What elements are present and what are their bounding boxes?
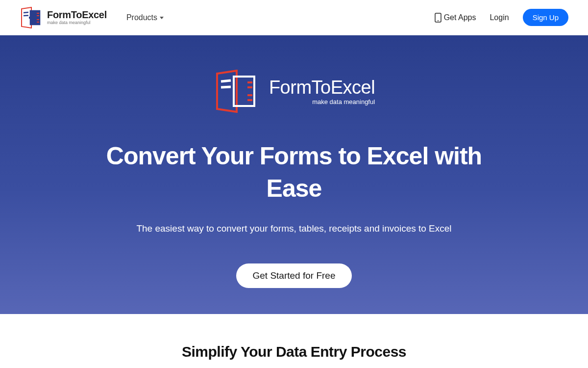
svg-line-2 — [24, 12, 28, 13]
formtoexcel-logo-icon — [213, 70, 258, 113]
brand-title: FormToExcel — [47, 10, 107, 20]
svg-line-13 — [221, 80, 231, 81]
nav-left: FormToExcel make data meaningful Product… — [20, 7, 164, 28]
hero-logo: FormToExcel make data meaningful — [213, 70, 375, 113]
login-link[interactable]: Login — [490, 13, 509, 22]
nav-right: Get Apps Login Sign Up — [435, 9, 568, 26]
section-simplify-title: Simplify Your Data Entry Process — [0, 343, 588, 360]
formtoexcel-logo-icon — [20, 7, 42, 28]
get-apps-link[interactable]: Get Apps — [435, 13, 476, 23]
brand-text: FormToExcel make data meaningful — [47, 10, 107, 25]
signup-button[interactable]: Sign Up — [523, 9, 568, 26]
svg-point-10 — [438, 20, 439, 21]
hero-subtext: The easiest way to convert your forms, t… — [136, 223, 451, 234]
get-apps-label: Get Apps — [444, 13, 476, 22]
hero-section: FormToExcel make data meaningful Convert… — [0, 35, 588, 314]
chevron-down-icon — [160, 17, 164, 19]
hero-headline: Convert Your Forms to Excel with Ease — [103, 140, 485, 205]
brand-link[interactable]: FormToExcel make data meaningful — [20, 7, 107, 28]
get-started-button[interactable]: Get Started for Free — [236, 263, 352, 288]
hero-logo-title: FormToExcel — [269, 78, 375, 97]
hero-logo-subtitle: make data meaningful — [312, 99, 375, 105]
products-label: Products — [126, 13, 157, 22]
brand-subtitle: make data meaningful — [47, 21, 107, 25]
svg-line-14 — [221, 87, 231, 87]
top-nav: FormToExcel make data meaningful Product… — [0, 0, 588, 35]
svg-line-3 — [24, 15, 28, 16]
products-dropdown[interactable]: Products — [126, 13, 164, 22]
section-simplify: Simplify Your Data Entry Process — [0, 314, 588, 360]
hero-logo-text: FormToExcel make data meaningful — [269, 78, 375, 105]
phone-icon — [435, 13, 441, 23]
